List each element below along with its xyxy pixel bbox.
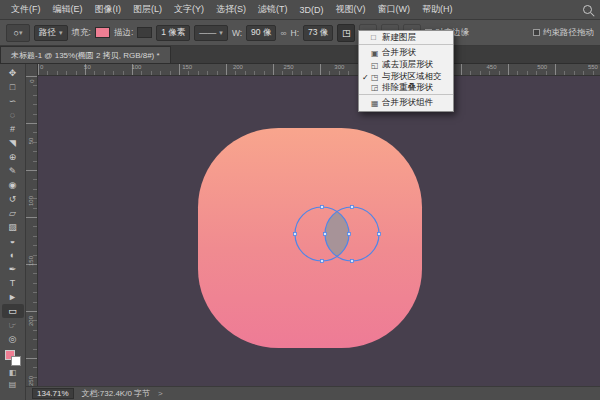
tool-button[interactable]: ▨	[2, 220, 24, 234]
ruler-corner	[26, 64, 38, 76]
tool-button[interactable]: ⊕	[2, 150, 24, 164]
checkmark-icon	[362, 73, 371, 82]
tool-button[interactable]: ◥	[2, 136, 24, 150]
fill-label: 填充:	[72, 27, 91, 39]
tool-button[interactable]: ◎	[2, 332, 24, 346]
tool-button[interactable]: ▭	[2, 304, 24, 318]
tool-preset-icon[interactable]: ○▾	[6, 24, 30, 42]
document-tab[interactable]: 未标题-1 @ 135%(椭圆 2 拷贝, RGB/8#) *	[0, 46, 171, 63]
tool-button[interactable]: ◒	[2, 234, 24, 248]
color-swatches[interactable]	[5, 350, 21, 366]
chevron-down-icon: ▾	[59, 29, 63, 37]
dropdown-item[interactable]: ▦ 合并形状组件	[359, 97, 453, 109]
search-icon[interactable]	[583, 5, 592, 14]
ruler-number: 0	[29, 79, 35, 82]
dropdown-item-label: 减去顶层形状	[382, 59, 433, 71]
menu-item[interactable]: 图像(I)	[90, 1, 127, 18]
tool-button[interactable]: ✎	[2, 164, 24, 178]
ruler-number: 550	[588, 64, 598, 71]
ruler-number: 450	[486, 64, 496, 71]
menu-item[interactable]: 帮助(H)	[417, 1, 458, 18]
chevron-down-icon: ▾	[219, 29, 223, 37]
status-chevron-icon[interactable]: >	[158, 389, 163, 398]
stroke-width-field[interactable]: 1 像素	[156, 25, 190, 41]
ruler-horizontal[interactable]: 050100150200250300350400450500550	[26, 64, 600, 76]
path-op-icon: ◳	[371, 73, 382, 82]
ruler-number: 50	[29, 138, 35, 145]
path-operations-button[interactable]: ◳	[337, 24, 355, 42]
dropdown-item-label: 排除重叠形状	[382, 82, 433, 94]
dropdown-item[interactable]: ◱ 减去顶层形状	[359, 59, 453, 71]
screen-mode-button[interactable]: ▤	[2, 378, 24, 390]
background-color-swatch[interactable]	[11, 356, 21, 366]
photoshop-window: 文件(F) 编辑(E) 图像(I) 图层(L) 文字(Y) 选择(S) 滤镜(T…	[0, 0, 600, 400]
tools-panel: ✥ □ ∽ ◌ # ◥ ⊕ ✎ ◉ ↺	[0, 64, 26, 400]
ruler-number: 250	[284, 64, 294, 71]
tool-button[interactable]: ◉	[2, 178, 24, 192]
path-op-icon: ▣	[371, 49, 382, 58]
menu-item[interactable]: 图层(L)	[128, 1, 167, 18]
document-tab-bar: 未标题-1 @ 135%(椭圆 2 拷贝, RGB/8#) *	[0, 46, 600, 64]
height-field[interactable]: 73 像	[303, 25, 333, 41]
tool-button[interactable]: ✒	[2, 262, 24, 276]
canvas[interactable]	[38, 76, 600, 386]
tool-mode-select[interactable]: 路径▾	[34, 25, 68, 41]
ruler-number: 0	[40, 64, 43, 71]
menu-item[interactable]: 文字(Y)	[169, 1, 209, 18]
dropdown-item[interactable]: ▣ 合并形状	[359, 47, 453, 59]
quick-mask-button[interactable]: ◧	[2, 366, 24, 378]
stroke-swatch[interactable]	[137, 27, 152, 38]
constrain-path-drag-checkbox[interactable]: 约束路径拖动	[533, 27, 594, 39]
menu-item[interactable]: 文件(F)	[6, 1, 46, 18]
workspace: ✥ □ ∽ ◌ # ◥ ⊕ ✎ ◉ ↺	[0, 64, 600, 400]
menu-bar: 文件(F) 编辑(E) 图像(I) 图层(L) 文字(Y) 选择(S) 滤镜(T…	[0, 0, 600, 20]
tool-button[interactable]: ↺	[2, 192, 24, 206]
tool-button[interactable]: #	[2, 122, 24, 136]
stroke-type-select[interactable]: ——▾	[194, 25, 228, 41]
path-operations-dropdown: □ 新建图层 ▣ 合并形状 ◱ 减去顶层形状 ◳ 与形状区域相交	[358, 30, 454, 112]
menu-item[interactable]: 窗口(W)	[373, 1, 416, 18]
menu-item[interactable]: 滤镜(T)	[253, 1, 293, 18]
ruler-number: 300	[334, 64, 344, 71]
ruler-number: 250	[28, 376, 34, 386]
ruler-number: 200	[28, 316, 34, 326]
zoom-field[interactable]: 134.71%	[32, 388, 74, 399]
ruler-number: 150	[28, 256, 34, 266]
tool-button[interactable]: ☞	[2, 318, 24, 332]
dropdown-item-label: 合并形状组件	[382, 97, 433, 109]
document-area: 050100150200250300350400450500550 050100…	[26, 64, 600, 400]
ruler-number: 100	[131, 64, 141, 71]
path-op-icon: □	[371, 33, 382, 42]
dropdown-item-label: 新建图层	[382, 32, 416, 44]
tool-button[interactable]: ◌	[2, 108, 24, 122]
dropdown-item[interactable]: □ 新建图层	[359, 33, 453, 45]
tool-button[interactable]: ►	[2, 290, 24, 304]
tool-button[interactable]: ◐	[2, 248, 24, 262]
menu-item[interactable]: 视图(V)	[331, 1, 371, 18]
tool-button[interactable]: ▱	[2, 206, 24, 220]
menu-item[interactable]: 编辑(E)	[48, 1, 88, 18]
menu-item[interactable]: 3D(D)	[295, 3, 329, 17]
tool-button[interactable]: T	[2, 276, 24, 290]
ruler-vertical[interactable]: 050100150200250	[26, 76, 38, 386]
path-op-icon: ▦	[371, 99, 382, 108]
tool-button[interactable]: ✥	[2, 66, 24, 80]
menu-item[interactable]: 选择(S)	[211, 1, 251, 18]
stroke-label: 描边:	[114, 27, 133, 39]
ruler-number: 500	[537, 64, 547, 71]
options-bar: ○▾ 路径▾ 填充: 描边: 1 像素 ——▾ W: 90 像 ∞ H: 73 …	[0, 20, 600, 46]
width-label: W:	[232, 28, 242, 38]
ruler-number: 150	[182, 64, 192, 71]
path-op-icon: ◱	[371, 61, 382, 70]
checkbox-box	[533, 29, 540, 36]
ellipse-paths[interactable]	[277, 194, 397, 274]
dropdown-item-label: 合并形状	[382, 47, 416, 59]
intersection-region	[325, 212, 349, 257]
tool-button[interactable]: ∽	[2, 94, 24, 108]
width-field[interactable]: 90 像	[246, 25, 276, 41]
link-dimensions-icon[interactable]: ∞	[280, 28, 286, 38]
ruler-number: 100	[28, 196, 34, 206]
fill-swatch[interactable]	[95, 27, 110, 38]
tool-button[interactable]: □	[2, 80, 24, 94]
dropdown-item[interactable]: ◲ 排除重叠形状	[359, 83, 453, 95]
